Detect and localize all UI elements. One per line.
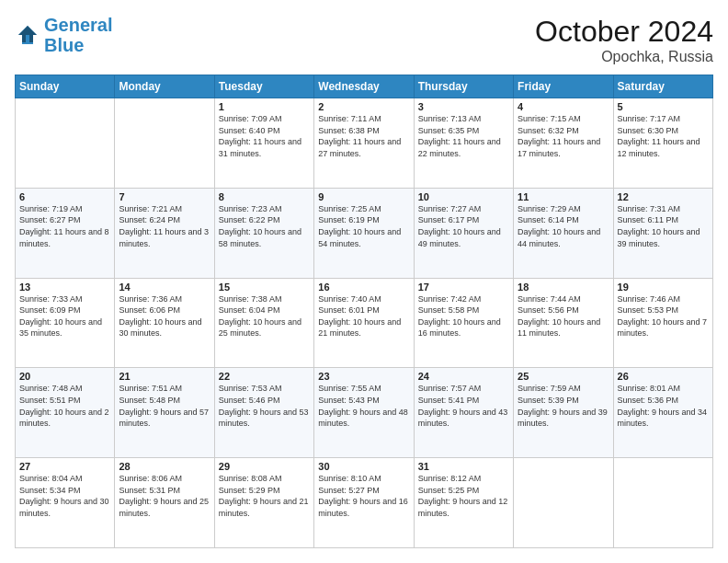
calendar-week-2: 6 Sunrise: 7:19 AMSunset: 6:27 PMDayligh… [16, 188, 713, 278]
table-row: 21 Sunrise: 7:51 AMSunset: 5:48 PMDaylig… [115, 368, 214, 458]
table-row: 19 Sunrise: 7:46 AMSunset: 5:53 PMDaylig… [613, 278, 712, 368]
calendar-week-5: 27 Sunrise: 8:04 AMSunset: 5:34 PMDaylig… [16, 458, 713, 548]
table-row: 12 Sunrise: 7:31 AMSunset: 6:11 PMDaylig… [613, 188, 712, 278]
logo-icon [15, 22, 40, 48]
day-info: Sunrise: 7:57 AMSunset: 5:41 PMDaylight:… [418, 383, 509, 429]
col-thursday: Thursday [414, 75, 513, 98]
day-info: Sunrise: 8:10 AMSunset: 5:27 PMDaylight:… [318, 473, 409, 519]
table-row: 11 Sunrise: 7:29 AMSunset: 6:14 PMDaylig… [514, 188, 613, 278]
table-row: 17 Sunrise: 7:42 AMSunset: 5:58 PMDaylig… [414, 278, 513, 368]
table-row: 16 Sunrise: 7:40 AMSunset: 6:01 PMDaylig… [314, 278, 414, 368]
day-number: 29 [219, 461, 310, 472]
day-number: 13 [19, 282, 110, 293]
day-number: 7 [119, 191, 210, 202]
day-number: 18 [518, 282, 609, 293]
day-info: Sunrise: 7:23 AMSunset: 6:22 PMDaylight:… [219, 203, 310, 249]
day-info: Sunrise: 7:25 AMSunset: 6:19 PMDaylight:… [318, 203, 409, 249]
page: General Blue October 2024 Opochka, Russi… [0, 0, 728, 563]
day-info: Sunrise: 7:59 AMSunset: 5:39 PMDaylight:… [518, 383, 609, 429]
day-info: Sunrise: 7:31 AMSunset: 6:11 PMDaylight:… [618, 203, 709, 249]
table-row: 28 Sunrise: 8:06 AMSunset: 5:31 PMDaylig… [115, 458, 214, 548]
table-row [16, 98, 115, 189]
table-row: 9 Sunrise: 7:25 AMSunset: 6:19 PMDayligh… [314, 188, 414, 278]
day-number: 11 [518, 191, 609, 202]
day-info: Sunrise: 7:09 AMSunset: 6:40 PMDaylight:… [219, 113, 310, 159]
table-row: 8 Sunrise: 7:23 AMSunset: 6:22 PMDayligh… [214, 188, 313, 278]
day-info: Sunrise: 7:13 AMSunset: 6:35 PMDaylight:… [418, 113, 509, 159]
day-number: 9 [318, 191, 409, 202]
table-row: 6 Sunrise: 7:19 AMSunset: 6:27 PMDayligh… [16, 188, 115, 278]
day-number: 15 [219, 282, 310, 293]
calendar-table: Sunday Monday Tuesday Wednesday Thursday… [15, 75, 713, 548]
day-info: Sunrise: 7:21 AMSunset: 6:24 PMDaylight:… [119, 203, 210, 249]
table-row [514, 458, 613, 548]
day-info: Sunrise: 7:51 AMSunset: 5:48 PMDaylight:… [119, 383, 210, 429]
day-info: Sunrise: 7:36 AMSunset: 6:06 PMDaylight:… [119, 293, 210, 339]
day-info: Sunrise: 7:29 AMSunset: 6:14 PMDaylight:… [518, 203, 609, 249]
table-row: 24 Sunrise: 7:57 AMSunset: 5:41 PMDaylig… [414, 368, 513, 458]
col-monday: Monday [115, 75, 214, 98]
day-info: Sunrise: 7:40 AMSunset: 6:01 PMDaylight:… [318, 293, 409, 339]
table-row: 18 Sunrise: 7:44 AMSunset: 5:56 PMDaylig… [514, 278, 613, 368]
day-number: 30 [318, 461, 409, 472]
day-info: Sunrise: 8:04 AMSunset: 5:34 PMDaylight:… [19, 473, 110, 519]
day-info: Sunrise: 7:48 AMSunset: 5:51 PMDaylight:… [19, 383, 110, 429]
day-number: 28 [119, 461, 210, 472]
day-number: 4 [518, 101, 609, 112]
table-row: 3 Sunrise: 7:13 AMSunset: 6:35 PMDayligh… [414, 98, 513, 189]
calendar-header-row: Sunday Monday Tuesday Wednesday Thursday… [16, 75, 713, 98]
day-number: 6 [19, 191, 110, 202]
day-info: Sunrise: 7:15 AMSunset: 6:32 PMDaylight:… [518, 113, 609, 159]
table-row: 4 Sunrise: 7:15 AMSunset: 6:32 PMDayligh… [514, 98, 613, 189]
table-row: 1 Sunrise: 7:09 AMSunset: 6:40 PMDayligh… [214, 98, 313, 189]
day-number: 3 [418, 101, 509, 112]
col-saturday: Saturday [613, 75, 712, 98]
col-sunday: Sunday [16, 75, 115, 98]
day-number: 2 [318, 101, 409, 112]
logo-text: General Blue [44, 15, 112, 55]
col-wednesday: Wednesday [314, 75, 414, 98]
header: General Blue October 2024 Opochka, Russi… [15, 15, 713, 65]
day-info: Sunrise: 7:46 AMSunset: 5:53 PMDaylight:… [618, 293, 709, 339]
day-number: 22 [219, 371, 310, 382]
day-number: 23 [318, 371, 409, 382]
day-info: Sunrise: 7:33 AMSunset: 6:09 PMDaylight:… [19, 293, 110, 339]
day-info: Sunrise: 7:42 AMSunset: 5:58 PMDaylight:… [418, 293, 509, 339]
month-title: October 2024 [535, 15, 713, 49]
col-tuesday: Tuesday [214, 75, 313, 98]
calendar-week-3: 13 Sunrise: 7:33 AMSunset: 6:09 PMDaylig… [16, 278, 713, 368]
table-row: 25 Sunrise: 7:59 AMSunset: 5:39 PMDaylig… [514, 368, 613, 458]
table-row: 22 Sunrise: 7:53 AMSunset: 5:46 PMDaylig… [214, 368, 313, 458]
day-info: Sunrise: 8:01 AMSunset: 5:36 PMDaylight:… [618, 383, 709, 429]
table-row: 27 Sunrise: 8:04 AMSunset: 5:34 PMDaylig… [16, 458, 115, 548]
table-row: 31 Sunrise: 8:12 AMSunset: 5:25 PMDaylig… [414, 458, 513, 548]
location-title: Opochka, Russia [535, 49, 713, 65]
day-info: Sunrise: 7:11 AMSunset: 6:38 PMDaylight:… [318, 113, 409, 159]
day-number: 14 [119, 282, 210, 293]
logo-general: General [44, 15, 112, 35]
logo: General Blue [15, 15, 112, 55]
day-number: 5 [618, 101, 709, 112]
day-info: Sunrise: 7:55 AMSunset: 5:43 PMDaylight:… [318, 383, 409, 429]
table-row: 5 Sunrise: 7:17 AMSunset: 6:30 PMDayligh… [613, 98, 712, 189]
day-number: 19 [618, 282, 709, 293]
day-info: Sunrise: 7:17 AMSunset: 6:30 PMDaylight:… [618, 113, 709, 159]
day-info: Sunrise: 7:19 AMSunset: 6:27 PMDaylight:… [19, 203, 110, 249]
day-number: 8 [219, 191, 310, 202]
table-row: 26 Sunrise: 8:01 AMSunset: 5:36 PMDaylig… [613, 368, 712, 458]
table-row: 14 Sunrise: 7:36 AMSunset: 6:06 PMDaylig… [115, 278, 214, 368]
day-info: Sunrise: 7:53 AMSunset: 5:46 PMDaylight:… [219, 383, 310, 429]
day-number: 24 [418, 371, 509, 382]
table-row [613, 458, 712, 548]
table-row: 10 Sunrise: 7:27 AMSunset: 6:17 PMDaylig… [414, 188, 513, 278]
day-number: 26 [618, 371, 709, 382]
table-row: 20 Sunrise: 7:48 AMSunset: 5:51 PMDaylig… [16, 368, 115, 458]
table-row: 15 Sunrise: 7:38 AMSunset: 6:04 PMDaylig… [214, 278, 313, 368]
table-row: 7 Sunrise: 7:21 AMSunset: 6:24 PMDayligh… [115, 188, 214, 278]
day-number: 10 [418, 191, 509, 202]
table-row: 23 Sunrise: 7:55 AMSunset: 5:43 PMDaylig… [314, 368, 414, 458]
day-info: Sunrise: 7:27 AMSunset: 6:17 PMDaylight:… [418, 203, 509, 249]
day-number: 1 [219, 101, 310, 112]
col-friday: Friday [514, 75, 613, 98]
day-number: 17 [418, 282, 509, 293]
